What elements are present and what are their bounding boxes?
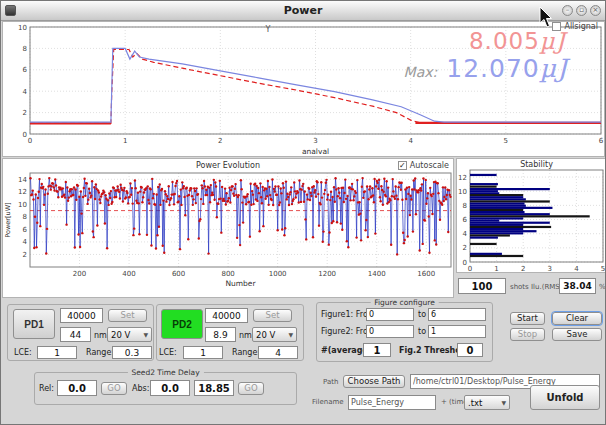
figure-configure-title: Figure configure — [370, 298, 439, 307]
pd1-nm-label: nm — [94, 331, 107, 340]
figure2-to-input[interactable] — [428, 325, 486, 338]
svg-text:Power[uW]: Power[uW] — [4, 202, 12, 237]
svg-text:0: 0 — [463, 259, 467, 267]
pd1-lce-input[interactable] — [37, 346, 77, 359]
svg-text:4: 4 — [408, 137, 413, 145]
svg-text:Y: Y — [265, 25, 271, 34]
pd1-lce-label: LCE: — [14, 348, 32, 357]
figure1-from-input[interactable] — [366, 308, 414, 321]
svg-text:1200: 1200 — [318, 270, 336, 278]
svg-text:0: 0 — [468, 265, 472, 273]
clear-button[interactable]: Clear — [552, 312, 602, 325]
svg-text:6: 6 — [599, 137, 604, 145]
stop-button[interactable]: Stop — [510, 328, 545, 341]
figure2-from-input[interactable] — [366, 325, 414, 338]
pd1-voltage-value: 20 V — [111, 330, 130, 340]
svg-text:1400: 1400 — [368, 270, 386, 278]
svg-text:1600: 1600 — [417, 270, 435, 278]
top-plot-panel: 01234560246810Yanalval Allsignal 8.005µJ… — [2, 21, 605, 157]
svg-text:600: 600 — [172, 270, 185, 278]
svg-text:12: 12 — [458, 174, 467, 182]
close-button[interactable]: × — [590, 5, 601, 16]
filename-input[interactable] — [348, 395, 436, 410]
abs-input[interactable] — [150, 380, 190, 396]
rms-input[interactable] — [559, 278, 596, 294]
titlebar[interactable]: Power – ▫ × — [1, 1, 605, 21]
autoscale-checkbox[interactable]: ✓ Autoscale — [398, 161, 449, 170]
svg-text:4: 4 — [463, 230, 468, 238]
svg-text:5: 5 — [601, 265, 605, 273]
pd1-set-button[interactable]: Set — [108, 309, 147, 322]
extension-dropdown[interactable]: .txt ▼ — [464, 395, 510, 410]
pd1-button[interactable]: PD1 — [13, 309, 55, 339]
pd2-counts-input[interactable] — [205, 308, 248, 323]
shots-input[interactable] — [458, 278, 506, 294]
svg-text:4: 4 — [23, 238, 28, 246]
chevron-down-icon: ▼ — [501, 399, 506, 406]
unfold-button[interactable]: Unfold — [530, 385, 600, 410]
minimize-button[interactable]: – — [562, 5, 573, 16]
average-input[interactable] — [363, 343, 391, 357]
abs-go-button[interactable]: GO — [238, 382, 264, 395]
svg-text:2: 2 — [218, 137, 222, 145]
svg-text:1: 1 — [494, 265, 498, 273]
autoscale-checkbox-box: ✓ — [398, 161, 407, 170]
mouse-cursor — [539, 7, 555, 29]
svg-text:6: 6 — [23, 66, 28, 74]
svg-text:3: 3 — [548, 265, 552, 273]
svg-text:2: 2 — [463, 244, 467, 252]
rel-go-button[interactable]: GO — [101, 382, 127, 395]
path-label: Path — [323, 378, 338, 386]
extension-value: .txt — [468, 398, 482, 408]
stability-plot-panel: 012345024681012Stability — [456, 158, 606, 273]
svg-text:8: 8 — [23, 213, 27, 221]
fig2-threshold-input[interactable] — [457, 343, 483, 357]
svg-text:3: 3 — [313, 137, 317, 145]
pd1-nm-input[interactable] — [60, 327, 91, 342]
pd2-voltage-value: 20 V — [256, 330, 275, 340]
chevron-down-icon: ▼ — [143, 331, 148, 338]
pd2-voltage-dropdown[interactable]: 20 V ▼ — [252, 327, 297, 342]
autoscale-checkbox-label: Autoscale — [410, 161, 449, 170]
figure1-to-input[interactable] — [428, 308, 486, 321]
pd2-range-label: Range: — [232, 348, 260, 357]
figure1-to-label: to — [418, 310, 426, 319]
filename-label: Filename — [312, 398, 344, 406]
pd2-lce-label: LCE: — [159, 348, 177, 357]
svg-text:10: 10 — [18, 201, 27, 209]
app-icon — [5, 5, 16, 16]
start-button[interactable]: Start — [510, 312, 545, 325]
svg-text:800: 800 — [221, 270, 234, 278]
evolution-plot-title: Power Evolution — [3, 161, 453, 170]
choose-path-button[interactable]: Choose Path — [343, 375, 405, 388]
pd1-range-input[interactable] — [112, 346, 152, 359]
abs-position-input[interactable] — [194, 380, 234, 396]
pd2-nm-input[interactable] — [205, 327, 236, 342]
svg-text:0: 0 — [23, 131, 27, 139]
pd2-range-input[interactable] — [258, 346, 298, 359]
pd1-voltage-dropdown[interactable]: 20 V ▼ — [107, 327, 152, 342]
save-button[interactable]: Save — [552, 328, 602, 341]
pd1-counts-input[interactable] — [60, 308, 103, 323]
max-energy-readout: Max: 12.070µJ — [404, 54, 568, 83]
maximize-button[interactable]: ▫ — [576, 5, 587, 16]
window-title: Power — [1, 1, 605, 20]
pd2-button[interactable]: PD2 — [161, 309, 203, 339]
svg-text:1000: 1000 — [269, 270, 287, 278]
pd2-set-button[interactable]: Set — [253, 309, 292, 322]
svg-text:14: 14 — [18, 176, 27, 184]
svg-text:8: 8 — [23, 45, 27, 53]
power-window: Power – ▫ × 01234560246810Yanalval Allsi… — [0, 0, 606, 425]
svg-text:10: 10 — [458, 188, 467, 196]
svg-text:10: 10 — [18, 24, 27, 32]
rel-input[interactable] — [57, 380, 97, 396]
current-energy-readout: 8.005µJ — [469, 28, 566, 54]
allsignal-checkbox-label: Allsignal — [564, 22, 598, 31]
rel-label: Rel: — [39, 384, 54, 393]
svg-text:6: 6 — [23, 226, 28, 234]
svg-text:400: 400 — [122, 270, 135, 278]
svg-text:5: 5 — [504, 137, 508, 145]
pd2-lce-input[interactable] — [183, 346, 223, 359]
evolution-plot-panel: Power Evolution ✓ Autoscale 200400600800… — [2, 158, 454, 298]
figure2-to-label: to — [418, 327, 426, 336]
